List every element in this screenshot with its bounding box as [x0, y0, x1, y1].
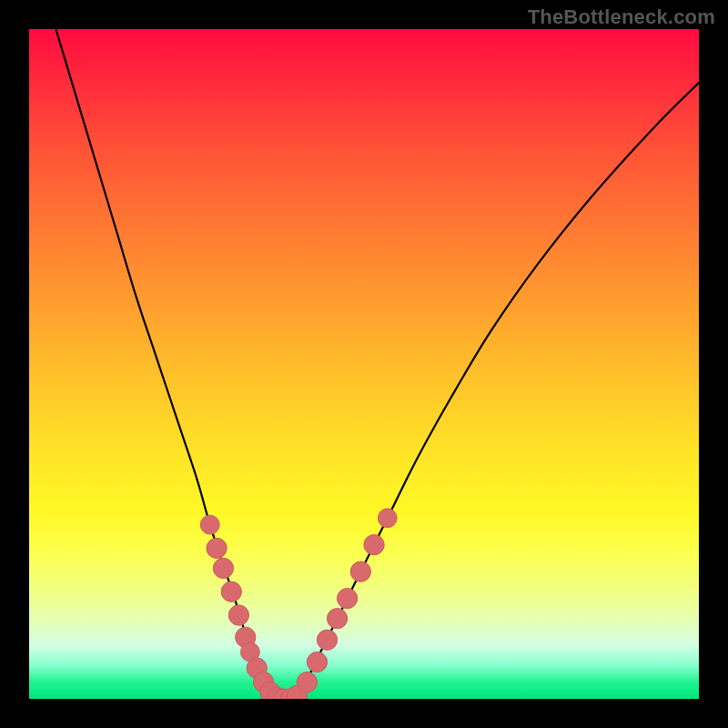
curve-marker	[200, 515, 219, 534]
bottleneck-curve	[56, 29, 699, 699]
chart-frame: TheBottleneck.com	[0, 0, 728, 728]
curve-marker	[221, 581, 241, 602]
plot-area	[29, 29, 699, 699]
curve-marker	[378, 509, 397, 528]
watermark-text: TheBottleneck.com	[528, 5, 715, 29]
curve-marker	[337, 588, 357, 608]
curve-marker	[327, 609, 347, 629]
curve-marker	[297, 672, 317, 692]
curve-marker	[207, 538, 227, 558]
chart-svg	[29, 29, 699, 699]
curve-marker	[213, 558, 233, 578]
curve-marker	[307, 652, 327, 672]
curve-marker	[317, 630, 337, 650]
curve-marker	[364, 535, 384, 555]
curve-markers	[200, 509, 397, 699]
curve-marker	[228, 605, 248, 625]
curve-marker	[350, 561, 370, 581]
